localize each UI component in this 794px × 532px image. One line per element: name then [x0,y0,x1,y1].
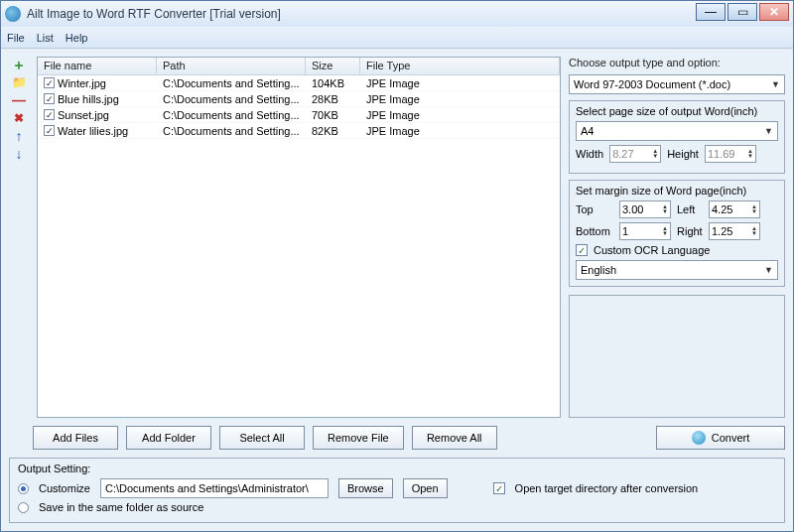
col-path[interactable]: Path [157,58,306,74]
window-title: Ailt Image to Word RTF Converter [Trial … [27,7,281,21]
chevron-down-icon: ▼ [764,126,773,136]
convert-button[interactable]: Convert [656,426,785,450]
chevron-down-icon: ▼ [764,265,773,275]
move-down-icon[interactable]: ↓ [11,148,27,160]
app-icon [5,6,21,22]
cell-filename: ✓Blue hills.jpg [38,91,157,106]
app-window: Ailt Image to Word RTF Converter [Trial … [0,0,794,532]
right-input[interactable]: 1.25▲▼ [709,222,760,240]
file-list-header: File name Path Size File Type [38,58,560,75]
open-button[interactable]: Open [403,478,448,498]
right-label: Right [677,225,703,237]
cell-path: C:\Documents and Setting... [157,123,306,138]
output-path-input[interactable]: C:\Documents and Settings\Administrator\ [100,478,329,498]
spin-icon[interactable]: ▲▼ [662,226,668,236]
add-folder-button[interactable]: Add Folder [126,426,211,450]
customize-radio[interactable] [18,483,29,494]
left-input[interactable]: 4.25▲▼ [709,200,760,218]
save-same-label: Save in the same folder as source [39,501,203,513]
width-input[interactable]: 8.27▲▼ [609,145,661,163]
menu-file[interactable]: File [7,32,25,44]
maximize-button[interactable]: ▭ [728,3,757,21]
titlebar: Ailt Image to Word RTF Converter [Trial … [1,1,793,27]
ocr-label: Custom OCR Language [594,244,710,256]
bottom-input[interactable]: 1▲▼ [619,222,671,240]
minimize-button[interactable]: — [696,3,726,21]
spin-icon[interactable]: ▲▼ [662,204,668,214]
height-label: Height [667,148,699,160]
ocr-checkbox[interactable]: ✓ [576,244,588,256]
toolbar-vertical: ＋ 📁 — ✖ ↑ ↓ [9,57,29,418]
browse-button[interactable]: Browse [338,478,393,498]
remove-file-button[interactable]: Remove File [313,426,404,450]
page-size-label: Select page size of output Word(inch) [576,105,778,117]
open-after-checkbox[interactable]: ✓ [493,482,505,494]
output-type-value: Word 97-2003 Document (*.doc) [574,78,730,90]
output-type-label: Choose output type and option: [569,57,785,68]
col-filetype[interactable]: File Type [360,58,560,74]
menu-list[interactable]: List [37,32,54,44]
table-row[interactable]: ✓Winter.jpgC:\Documents and Setting...10… [38,75,560,91]
cell-path: C:\Documents and Setting... [157,107,306,122]
cell-size: 104KB [306,75,360,90]
output-setting-label: Output Setting: [18,463,776,474]
menu-help[interactable]: Help [66,32,88,44]
row-checkbox[interactable]: ✓ [44,93,55,104]
remove-all-icon[interactable]: ✖ [11,112,27,124]
spin-icon[interactable]: ▲▼ [751,226,757,236]
table-row[interactable]: ✓Water lilies.jpgC:\Documents and Settin… [38,123,560,139]
add-folder-icon[interactable]: 📁 [11,76,27,88]
spin-icon[interactable]: ▲▼ [747,149,753,159]
cell-type: JPE Image [360,75,560,90]
cell-path: C:\Documents and Setting... [157,75,306,90]
page-preset-select[interactable]: A4 ▼ [576,121,778,141]
bottom-label: Bottom [576,225,613,237]
cell-type: JPE Image [360,107,560,122]
col-filename[interactable]: File name [38,58,157,74]
page-preset-value: A4 [581,125,594,137]
move-up-icon[interactable]: ↑ [11,130,27,142]
cell-filename: ✓Winter.jpg [38,75,157,90]
options-panel: Choose output type and option: Word 97-2… [569,57,785,418]
output-setting-group: Output Setting: Customize C:\Documents a… [9,458,785,523]
spin-icon[interactable]: ▲▼ [751,204,757,214]
col-size[interactable]: Size [306,58,360,74]
ocr-language-value: English [581,264,616,276]
cell-size: 28KB [306,91,360,106]
file-list: File name Path Size File Type ✓Winter.jp… [37,57,561,418]
margins-group: Set margin size of Word page(inch) Top 3… [569,180,785,287]
open-after-label: Open target directory after conversion [515,482,699,494]
spin-icon[interactable]: ▲▼ [652,149,658,159]
row-checkbox[interactable]: ✓ [44,109,55,120]
body-area: ＋ 📁 — ✖ ↑ ↓ File name Path Size File Typ… [1,49,793,426]
cell-filename: ✓Sunset.jpg [38,107,157,122]
window-controls: — ▭ ✕ [696,3,789,21]
cell-type: JPE Image [360,123,560,138]
customize-label: Customize [39,482,90,494]
add-file-icon[interactable]: ＋ [11,59,27,70]
chevron-down-icon: ▼ [771,79,780,89]
save-same-radio[interactable] [18,502,29,513]
row-checkbox[interactable]: ✓ [44,77,55,88]
cell-size: 70KB [306,107,360,122]
ocr-language-select[interactable]: English ▼ [576,260,778,280]
cell-size: 82KB [306,123,360,138]
close-button[interactable]: ✕ [759,3,789,21]
width-label: Width [576,148,603,160]
select-all-button[interactable]: Select All [219,426,305,450]
output-type-select[interactable]: Word 97-2003 Document (*.doc) ▼ [569,74,785,94]
add-files-button[interactable]: Add Files [33,426,118,450]
table-row[interactable]: ✓Sunset.jpgC:\Documents and Setting...70… [38,107,560,123]
table-row[interactable]: ✓Blue hills.jpgC:\Documents and Setting.… [38,91,560,107]
height-input[interactable]: 11.69▲▼ [705,145,756,163]
margins-label: Set margin size of Word page(inch) [576,185,778,197]
page-size-group: Select page size of output Word(inch) A4… [569,100,785,174]
remove-all-button[interactable]: Remove All [412,426,497,450]
options-blank-area [569,295,785,418]
file-list-rows: ✓Winter.jpgC:\Documents and Setting...10… [38,75,560,417]
remove-icon[interactable]: — [11,94,27,106]
row-checkbox[interactable]: ✓ [44,125,55,136]
top-input[interactable]: 3.00▲▼ [619,200,671,218]
cell-path: C:\Documents and Setting... [157,91,306,106]
convert-icon [692,431,706,445]
